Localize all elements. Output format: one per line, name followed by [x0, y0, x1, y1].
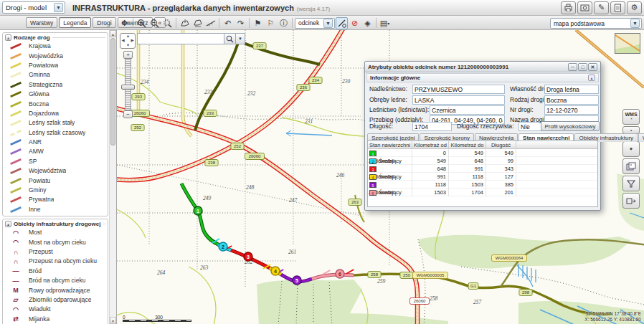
road-type-swatch [10, 62, 22, 69]
attributes-dialog[interactable]: Atrybuty obiektu odcinek numer 121200000… [364, 61, 601, 211]
locate-icon[interactable]: ⌖ [622, 141, 640, 157]
route-markers[interactable]: 123456 [194, 206, 344, 285]
feature-type-select[interactable]: odcinek ▼ [295, 18, 335, 29]
redo-icon[interactable]: ↷ [235, 17, 247, 29]
table-row[interactable]: 1Zadowalający0549549 [368, 149, 597, 157]
zoom-in-button[interactable]: + [123, 51, 133, 59]
wms-button[interactable]: WMS◔ [622, 109, 640, 125]
table-row[interactable]: 6Średni15031704201 [368, 189, 597, 196]
profile-button[interactable]: Profil wysokościowy [541, 121, 600, 131]
filter-icon[interactable] [622, 176, 640, 191]
layers-menu-icon[interactable]: ▤▾ [379, 17, 391, 29]
measure-area-icon[interactable] [179, 17, 191, 29]
settings-icon[interactable]: ⚙ [627, 1, 642, 14]
legend-item-label: Strategiczna [29, 82, 62, 88]
dlugosc-field[interactable] [412, 122, 452, 131]
search-options-icon[interactable]: ▼ [236, 33, 245, 44]
legend-item-label: Most na obcym cieku [29, 239, 86, 246]
road-badge: 250 [400, 272, 413, 279]
table-row[interactable]: 3Zadowalający648991343 [368, 165, 597, 173]
pan-tool-icon[interactable]: ✥ [118, 17, 131, 29]
measure-area-alt-icon[interactable] [191, 17, 204, 29]
route-marker[interactable]: 6 [336, 270, 344, 278]
rodzaj-field[interactable] [544, 95, 599, 105]
svg-text:26060: 26060 [134, 111, 146, 115]
route-marker[interactable]: 5 [293, 276, 301, 285]
report-icon[interactable] [610, 1, 625, 14]
model-select[interactable]: Drogi - model ▼ [2, 1, 65, 14]
svg-text:292: 292 [134, 125, 142, 130]
table-row[interactable]: 2Średni54964899 [368, 157, 597, 165]
zoom-in-icon[interactable] [136, 17, 148, 29]
zoom-out-icon[interactable] [148, 17, 161, 29]
route-marker[interactable]: 3 [244, 252, 252, 261]
zoom-handle[interactable] [121, 85, 135, 90]
snapshot-icon[interactable] [577, 1, 592, 14]
legend-item: Krajowa [3, 42, 108, 51]
route-marker[interactable]: 1 [194, 206, 202, 215]
field-label: Rodzaj drogi: [510, 95, 546, 105]
nadlesnictwo-field[interactable] [412, 85, 505, 94]
basemap-select[interactable]: mapa podstawowa ▼ [550, 18, 642, 29]
zoom-out-button[interactable]: − [123, 110, 133, 118]
pan-right-icon[interactable]: ▶ [130, 38, 135, 43]
tab-warstwy[interactable]: Warstwy [26, 17, 57, 28]
zoom-extent-icon[interactable] [161, 17, 174, 29]
legend-item-label: Rowy odprowadzające [29, 287, 90, 294]
route-segment [181, 184, 223, 247]
table-row[interactable]: 4Średni9911118127 [368, 173, 597, 181]
dialog-titlebar[interactable]: Atrybuty obiektu odcinek numer 121200000… [365, 62, 600, 72]
clear-selection-icon[interactable]: ⊘ [349, 17, 361, 29]
search-input[interactable] [137, 33, 224, 44]
search-icon[interactable] [224, 33, 236, 44]
legend-item: Gminna [3, 70, 108, 80]
scroll-down-icon[interactable]: ▼ [110, 317, 116, 324]
pan-control[interactable]: ▲ ▼ ◀ ▶ [120, 33, 136, 49]
basemap-gallery-icon[interactable] [622, 158, 640, 174]
legend-item: ◠Most [3, 228, 108, 237]
sidebar-scrollbar[interactable]: ▲ ▼ [109, 30, 116, 324]
chevron-down-icon: ▼ [630, 19, 640, 28]
edit-icon[interactable]: ✎ [594, 1, 609, 14]
attributes-form: Nadleśnictwo: Obręby leśne: Leśnictwo (l… [366, 83, 599, 132]
export-icon[interactable] [622, 193, 640, 209]
center-map-icon[interactable]: ◈ [361, 17, 374, 29]
legend-group-infrastructure: ▲ Obiekty infrastruktury drogowej ◠Most◠… [2, 219, 108, 324]
legend-item: Wojewódzka [3, 51, 108, 60]
tab-drogi[interactable]: Drogi [93, 17, 115, 28]
undo-icon[interactable]: ↶ [222, 17, 234, 29]
collapse-section-icon[interactable]: ▲ [588, 75, 595, 81]
collapse-group-icon[interactable]: ▲ [5, 221, 11, 227]
overview-map[interactable] [615, 33, 640, 54]
wlasnosc-field[interactable] [544, 85, 599, 94]
scrollbar-thumb[interactable] [110, 38, 115, 146]
info-icon[interactable]: ⓘ [278, 17, 290, 29]
print-icon[interactable] [561, 1, 576, 14]
surface-state-panel: Stan nawierzchni Kilometraż od Kilometra… [367, 140, 598, 207]
collapse-group-icon[interactable]: ▲ [5, 34, 11, 41]
minimize-icon[interactable]: ─ [568, 63, 577, 71]
zoom-slider[interactable]: + − [123, 51, 133, 118]
compartment-number: 263 [200, 265, 209, 271]
draw-segment-icon[interactable] [336, 17, 348, 29]
road-type-swatch [10, 91, 22, 97]
obreby-field[interactable] [412, 95, 505, 105]
measure-distance-icon[interactable] [204, 17, 217, 29]
select-by-flag-icon[interactable]: ⚑ [252, 17, 264, 29]
lesnictwo-field[interactable] [430, 105, 505, 115]
legend-item: Powiatu [3, 176, 108, 185]
tab-legenda[interactable]: Legenda [59, 17, 91, 28]
pan-down-icon[interactable]: ▼ [126, 43, 131, 48]
nr-drogi-field[interactable] [544, 105, 599, 115]
scroll-up-icon[interactable]: ▲ [110, 30, 116, 37]
dialog-tab[interactable]: Węzeł [638, 133, 644, 142]
maximize-icon[interactable]: □ [578, 63, 587, 71]
route-marker[interactable]: 4 [271, 267, 280, 275]
table-row[interactable]: 5Zadowalający11181503385 [368, 181, 597, 189]
route-marker[interactable]: 2 [219, 242, 227, 251]
close-icon[interactable]: ✕ [588, 63, 597, 71]
segment-color-swatch: 1 [369, 151, 377, 156]
legend-item-label: Powiatu [29, 178, 50, 184]
select-by-point-icon[interactable]: ⚐ [265, 17, 277, 29]
pan-left-icon[interactable]: ◀ [120, 38, 126, 43]
